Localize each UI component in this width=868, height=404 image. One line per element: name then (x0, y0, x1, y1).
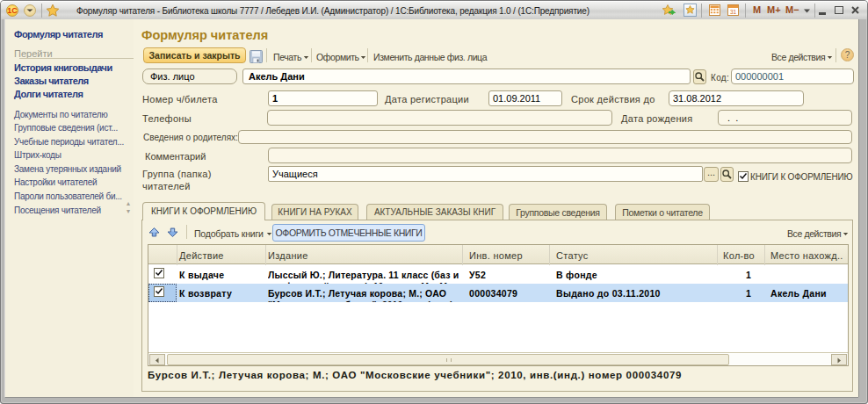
svg-text:31: 31 (730, 9, 737, 15)
